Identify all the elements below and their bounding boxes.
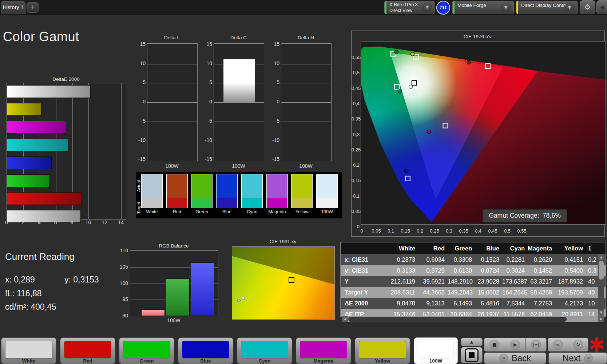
u-axis-tick-label: 0 [357,228,367,234]
display-control-dropdown[interactable]: Direct Display Control ▼ [516,1,578,14]
add-tab-button[interactable]: + [27,2,39,13]
patch-button-white[interactable]: White [1,337,56,364]
patch-button-red[interactable]: Red [60,337,115,364]
actual-swatch-cyan [241,174,263,198]
next-button[interactable]: Next » [548,352,607,364]
v-axis-tick-label: 0,4 [352,101,360,106]
cell: Blue [475,242,502,254]
stop-icon: ■ [489,340,500,350]
cell: Green [448,242,475,254]
patch-button-cyan[interactable]: Cyan [237,337,292,364]
table-horizontal-scrollbar[interactable]: ◀ ▶ [342,316,604,322]
meter-mode: Direct View [389,8,412,13]
stop-button[interactable]: ■ [484,338,505,352]
x-tick-label: 0 [1,219,12,225]
cie-1931-chart: CIE 1931 xy [232,239,335,320]
scrollbar-thumb[interactable] [599,261,604,280]
y-tick-label: -5 [200,118,212,124]
measured-marker-green [394,50,398,54]
cie-1931-plot [232,246,335,320]
v-axis-tick-label: 0,55 [352,55,360,60]
y-tick-label: 15 [267,41,279,47]
patch-button-yellow[interactable]: Yellow [355,337,410,364]
rgb-bar-red [141,309,165,316]
patch-label: Blue [178,358,233,364]
top-toolbar: History 1 + X-Rite i1Pro 3 Direct View ▼… [0,0,607,15]
pattern-up-button[interactable]: ▲ [461,338,483,346]
cell: 26,1937 [475,309,502,317]
chevron-down-icon[interactable]: ▼ [501,3,511,12]
cie-1931-title: CIE 1931 xy [232,239,334,244]
u-axis-tick-label: 0,25 [429,228,440,234]
tab-history-1[interactable]: History 1 [1,1,25,14]
deltae-bar-red [7,192,82,205]
patch-button-blue[interactable]: Blue [178,337,233,364]
scroll-left-icon[interactable]: ◀ [342,316,348,322]
rgb-balance-plot [130,250,218,316]
infinity-button[interactable]: ∞ [548,338,568,352]
scroll-right-icon[interactable]: ▶ [598,316,604,322]
chevron-down-icon[interactable]: ▼ [565,3,574,12]
table-vertical-scrollbar[interactable]: ▲▼ [598,254,604,316]
y-tick-label: 110 [116,248,128,253]
swatch-column-label: Yellow [290,209,314,214]
cell: 0,6130 [448,265,475,276]
step-icon: [↔] [531,340,541,350]
y-tick-label: -5 [133,118,146,124]
cell: 39,6921 [418,276,448,287]
measured-marker-cyan [398,90,401,93]
patch-button-green[interactable]: Green [119,337,174,364]
gridline [214,102,264,103]
patch-button-100w[interactable]: 100W [414,337,458,364]
patch-swatch [5,341,52,359]
actual-target-swatch-strip: Actual Target WhiteRedGreenBlueCyanMagen… [136,172,342,218]
cell: 63,3217 [528,276,555,287]
refresh-button[interactable]: ↻ [568,338,588,352]
cell: 0,1452 [528,265,555,276]
scroll-up-icon[interactable]: ▲ [598,254,604,260]
back-button-label: Back [512,353,531,363]
delta-chart-x-label: 100W [281,163,331,169]
cell: 0,3024 [502,265,528,276]
out-of-gamut-region [232,247,334,319]
meter-status-indicator [385,1,386,14]
delta-plot-area [147,43,198,161]
y-tick-label: -15 [200,156,212,162]
meter-dropdown[interactable]: X-Rite i1Pro 3 Direct View ▼ [384,1,435,14]
cell: 193,5709 [555,287,586,298]
arrow-up-icon: ▲ [470,340,473,344]
step-button[interactable]: [↔] [525,338,547,352]
deltae-bar-100w [7,85,91,98]
swatch-column-label: Blue [215,209,239,214]
patch-label: Green [119,358,174,364]
row-label [341,242,378,254]
collapse-panel-button[interactable]: ◀ [596,0,607,14]
scrollbar-thumb[interactable] [348,317,567,322]
table-header-row: WhiteRedGreenBlueCyanMagentaYellow1 [341,242,606,254]
chevron-down-icon[interactable]: ▼ [422,3,432,12]
actual-swatch-blue [216,174,238,198]
settings-button[interactable]: ⚙ [580,0,595,14]
y-tick-label: -15 [267,156,279,162]
cell: 4,2173 [555,298,586,309]
cell: 0,4151 [555,254,586,265]
next-chevron-icon: » [584,354,593,363]
u-axis-tick-label: 0,45 [488,228,498,234]
target-swatch-cyan [241,198,263,208]
v-axis-tick-label: 0,5 [352,70,360,75]
rgb-balance-title: RGB Balance [130,243,218,249]
measured-marker-magenta [427,130,431,134]
cell: 15,3746 [374,309,418,317]
play-button[interactable]: ▶ [505,338,526,352]
deltae-bar-yellow [7,103,41,116]
patch-swatch [359,341,406,359]
pattern-window-button[interactable] [461,347,483,363]
back-button[interactable]: « Back [484,352,546,364]
x-tick-label: 12 [99,219,110,225]
scroll-down-icon[interactable]: ▼ [598,310,604,315]
gamut-coverage-value: 78,6% [543,212,561,219]
target-swatch-red [166,198,188,208]
patch-label: Cyan [237,358,292,364]
pattern-source-dropdown[interactable]: Mobile Forge ▼ [452,1,514,14]
patch-button-magenta[interactable]: Magenta [296,337,351,364]
